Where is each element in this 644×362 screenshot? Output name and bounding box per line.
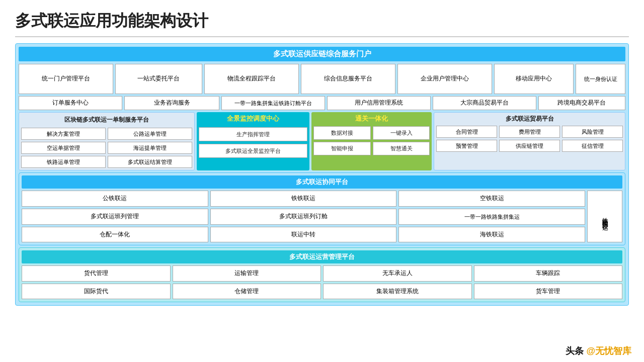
blockchain-title: 区块链多式联运一单制服务平台 bbox=[21, 115, 192, 125]
coord-c3-3: 海铁联运 bbox=[398, 227, 585, 243]
portal-row2: 订单服务中心 业务咨询服务 一带一路集拼集运铁路订舱平台 用户信用管理系统 大宗… bbox=[19, 96, 625, 110]
portal-box-8: 业务咨询服务 bbox=[124, 96, 220, 110]
middle-section: 区块链多式联运一单制服务平台 解决方案管理 公路运单管理 空运单据管理 海运提单… bbox=[19, 112, 625, 171]
coord-c2-2: 多式联运班列订舱 bbox=[210, 209, 397, 225]
trade-box-3: 风险管理 bbox=[562, 126, 623, 138]
panorama-items: 生产指挥管理 多式联运全景监控平台 bbox=[199, 127, 307, 158]
operations-header: 多式联运运营管理平台 bbox=[22, 250, 622, 263]
coord-col3: 空铁联运 一带一路铁路集拼集运 海铁联运 bbox=[398, 191, 585, 242]
blockchain-grid: 解决方案管理 公路运单管理 空运单据管理 海运提单管理 铁路运单管理 多式联运结… bbox=[21, 128, 192, 168]
coord-c1-2: 多式联运班列管理 bbox=[22, 209, 208, 225]
ops-row1: 货代管理 运输管理 无车承运人 车辆跟踪 bbox=[22, 265, 622, 282]
operations-section: 多式联运运营管理平台 货代管理 运输管理 无车承运人 车辆跟踪 国际货代 仓储管… bbox=[19, 247, 625, 302]
customs-title: 通关一体化 bbox=[313, 114, 430, 123]
coord-c2-3: 联运中转 bbox=[210, 227, 397, 243]
customs-section: 通关一体化 数据对接 一键录入 智能申报 智慧通关 bbox=[311, 112, 432, 171]
portal-box-2: 一站式委托平台 bbox=[115, 64, 202, 94]
portal-box-7: 订单服务中心 bbox=[19, 96, 122, 110]
coord-col1: 公铁联运 多式联运班列管理 仓配一体化 bbox=[22, 191, 208, 242]
page-title: 多式联运应用功能架构设计 bbox=[15, 10, 629, 32]
bc-box-6: 多式联运结算管理 bbox=[108, 156, 192, 168]
portal-row1: 统一门户管理平台 一站式委托平台 物流全程跟踪平台 综合信息服务平台 企业用户管… bbox=[19, 64, 625, 94]
portal-box-5: 企业用户管理中心 bbox=[397, 64, 492, 94]
coordination-header: 多式联运协同平台 bbox=[22, 175, 622, 189]
portal-box-1: 统一门户管理平台 bbox=[19, 64, 113, 94]
bc-box-2: 公路运单管理 bbox=[108, 128, 192, 140]
portal-box-4: 综合信息服务平台 bbox=[301, 64, 395, 94]
trade-box-6: 征信管理 bbox=[562, 140, 623, 152]
coord-right: 铁路中欧国际联运 bbox=[587, 191, 622, 242]
trade-box-2: 费用管理 bbox=[499, 126, 560, 138]
ops-box-6: 仓储管理 bbox=[173, 284, 321, 300]
customs-box-2: 一键录入 bbox=[373, 126, 430, 140]
trade-box-5: 供应链管理 bbox=[499, 140, 560, 152]
coord-c1-1: 公铁联运 bbox=[22, 191, 208, 207]
panorama-item-1: 生产指挥管理 bbox=[199, 127, 307, 141]
ops-box-5: 国际货代 bbox=[22, 284, 171, 300]
portal-box-12: 跨境电商交易平台 bbox=[538, 96, 625, 110]
customs-box-1: 数据对接 bbox=[313, 126, 371, 140]
bc-box-5: 铁路运单管理 bbox=[21, 156, 106, 168]
portal-header: 多式联运供应链综合服务门户 bbox=[19, 47, 625, 61]
coordination-section: 多式联运协同平台 公铁联运 多式联运班列管理 仓配一体化 铁铁联运 多式联运班列… bbox=[19, 172, 625, 245]
portal-box-11: 大宗商品贸易平台 bbox=[433, 96, 536, 110]
ops-box-3: 无车承运人 bbox=[323, 265, 472, 282]
customs-box-3: 智能申报 bbox=[313, 142, 371, 155]
bc-box-4: 海运提单管理 bbox=[108, 142, 192, 154]
trade-box-1: 合同管理 bbox=[436, 126, 497, 138]
watermark-handle: @无忧智库 bbox=[586, 346, 631, 356]
blockchain-section: 区块链多式联运一单制服务平台 解决方案管理 公路运单管理 空运单据管理 海运提单… bbox=[19, 112, 195, 171]
coordination-content: 公铁联运 多式联运班列管理 仓配一体化 铁铁联运 多式联运班列订舱 联运中转 空… bbox=[22, 191, 622, 242]
ops-row2: 国际货代 仓储管理 集装箱管理系统 货车管理 bbox=[22, 284, 622, 300]
coord-col2: 铁铁联运 多式联运班列订舱 联运中转 bbox=[210, 191, 397, 242]
trade-box-4: 预警管理 bbox=[436, 140, 497, 152]
ops-box-2: 运输管理 bbox=[173, 265, 321, 282]
customs-grid: 数据对接 一键录入 智能申报 智慧通关 bbox=[313, 126, 430, 155]
ops-box-1: 货代管理 bbox=[22, 265, 171, 282]
ops-box-7: 集装箱管理系统 bbox=[323, 284, 472, 300]
customs-box-4: 智慧通关 bbox=[373, 142, 430, 155]
bc-box-1: 解决方案管理 bbox=[21, 128, 106, 140]
portal-box-6: 移动应用中心 bbox=[494, 64, 574, 94]
trade-grid: 合同管理 费用管理 风险管理 预警管理 供应链管理 征信管理 bbox=[436, 126, 623, 152]
panorama-item-2: 多式联运全景监控平台 bbox=[199, 144, 307, 158]
ops-box-4: 车辆跟踪 bbox=[474, 265, 623, 282]
coord-c1-3: 仓配一体化 bbox=[22, 227, 208, 243]
panorama-section: 全景监控调度中心 生产指挥管理 多式联运全景监控平台 bbox=[197, 112, 309, 171]
main-architecture-box: 多式联运供应链综合服务门户 统一门户管理平台 一站式委托平台 物流全程跟踪平台 … bbox=[15, 43, 629, 306]
coord-c3-2: 一带一路铁路集拼集运 bbox=[398, 209, 585, 225]
watermark: 头条 @无忧智库 bbox=[566, 345, 631, 357]
portal-box-10: 用户信用管理系统 bbox=[327, 96, 431, 110]
trade-title: 多式联运贸易平台 bbox=[436, 115, 623, 123]
portal-box-3: 物流全程跟踪平台 bbox=[204, 64, 299, 94]
bc-box-3: 空运单据管理 bbox=[21, 142, 106, 154]
trade-section: 多式联运贸易平台 合同管理 费用管理 风险管理 预警管理 供应链管理 征信管理 bbox=[434, 112, 625, 171]
coord-c2-1: 铁铁联运 bbox=[210, 191, 397, 207]
portal-box-9: 一带一路集拼集运铁路订舱平台 bbox=[221, 96, 325, 110]
ops-box-8: 货车管理 bbox=[474, 284, 623, 300]
unified-auth-box: 统一身份认证 bbox=[576, 64, 625, 94]
title-divider bbox=[15, 36, 629, 37]
panorama-title: 全景监控调度中心 bbox=[199, 114, 307, 123]
coord-c3-1: 空铁联运 bbox=[398, 191, 585, 207]
